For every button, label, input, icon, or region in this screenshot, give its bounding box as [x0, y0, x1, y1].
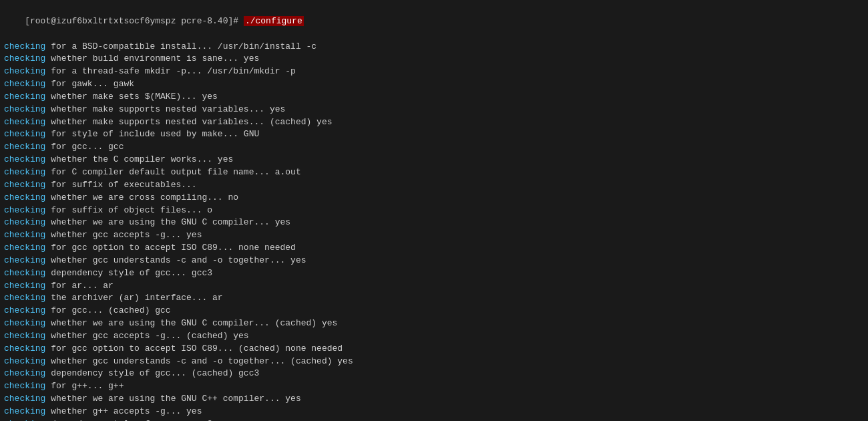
checking-keyword: checking	[4, 406, 45, 416]
checking-keyword: checking	[4, 394, 45, 404]
checking-keyword: checking	[4, 41, 45, 51]
line-content: whether gcc accepts -g... yes	[45, 230, 202, 240]
line-content: whether gcc understands -c and -o togeth…	[45, 255, 306, 265]
terminal-line: checking whether we are cross compiling.…	[4, 192, 864, 204]
terminal-line: checking whether gcc understands -c and …	[4, 255, 864, 267]
line-content: for suffix of object files... o	[45, 205, 212, 215]
terminal-line: checking for ar... ar	[4, 280, 864, 293]
checking-keyword: checking	[4, 205, 45, 215]
terminal-line: checking whether make supports nested va…	[4, 116, 864, 129]
line-content: for gcc... (cached) gcc	[45, 305, 170, 315]
checking-keyword: checking	[4, 217, 45, 227]
checking-keyword: checking	[4, 167, 45, 177]
line-content: whether gcc understands -c and -o togeth…	[45, 356, 353, 366]
checking-keyword: checking	[4, 66, 45, 76]
checking-keyword: checking	[4, 79, 45, 89]
line-content: for suffix of executables...	[45, 180, 196, 190]
terminal-line: checking whether make sets $(MAKE)... ye…	[4, 91, 864, 104]
checking-keyword: checking	[4, 356, 45, 366]
checking-keyword: checking	[4, 293, 45, 303]
terminal-line: checking for a BSD-compatible install...…	[4, 41, 864, 53]
terminal-line: checking for suffix of object files... o	[4, 204, 864, 217]
line-content: for a BSD-compatible install... /usr/bin…	[45, 41, 316, 51]
checking-keyword: checking	[4, 281, 45, 291]
terminal-line: checking for style of include used by ma…	[4, 128, 864, 141]
terminal-line: checking the archiver (ar) interface... …	[4, 292, 864, 305]
line-content: whether g++ accepts -g... yes	[45, 406, 202, 416]
checking-keyword: checking	[4, 381, 45, 391]
line-content: for C compiler default output file name.…	[45, 167, 300, 177]
line-content: whether make sets $(MAKE)... yes	[45, 92, 217, 102]
output-container: checking for a BSD-compatible install...…	[4, 41, 864, 421]
terminal-line: checking whether g++ accepts -g... yes	[4, 406, 864, 418]
line-content: for ar... ar	[45, 281, 113, 291]
checking-keyword: checking	[4, 305, 45, 315]
line-content: for gcc option to accept ISO C89... (cac…	[45, 343, 343, 354]
terminal-line: checking dependency style of gcc... (cac…	[4, 368, 864, 380]
terminal-line: checking whether gcc accepts -g... yes	[4, 229, 864, 242]
terminal-line: checking dependency style of gcc... gcc3	[4, 267, 864, 280]
checking-keyword: checking	[4, 368, 45, 378]
terminal-line: checking for C compiler default output f…	[4, 166, 864, 179]
line-content: for gawk... gawk	[45, 79, 134, 89]
terminal-line: checking for suffix of executables...	[4, 179, 864, 192]
checking-keyword: checking	[4, 180, 45, 190]
terminal-line: checking whether make supports nested va…	[4, 104, 864, 116]
checking-keyword: checking	[4, 192, 45, 202]
line-content: whether gcc accepts -g... (cached) yes	[45, 331, 248, 341]
line-content: whether we are using the GNU C compiler.…	[45, 318, 337, 328]
checking-keyword: checking	[4, 92, 45, 102]
terminal-line: checking whether we are using the GNU C …	[4, 217, 864, 229]
terminal-line: checking dependency style of g++... gcc3	[4, 418, 864, 421]
terminal-window[interactable]: [root@izuf6bxltrtxtsocf6ymspz pcre-8.40]…	[0, 0, 868, 421]
line-content: whether we are using the GNU C++ compile…	[45, 394, 300, 404]
checking-keyword: checking	[4, 255, 45, 265]
terminal-line: checking whether we are using the GNU C …	[4, 317, 864, 330]
checking-keyword: checking	[4, 343, 45, 354]
checking-keyword: checking	[4, 331, 45, 341]
line-content: whether make supports nested variables..…	[45, 104, 285, 114]
terminal-line: checking for g++... g++	[4, 380, 864, 393]
line-content: the archiver (ar) interface... ar	[45, 293, 222, 303]
line-content: whether make supports nested variables..…	[45, 117, 332, 127]
checking-keyword: checking	[4, 142, 45, 152]
command-text: ./configure	[244, 16, 304, 26]
checking-keyword: checking	[4, 154, 45, 164]
line-content: whether the C compiler works... yes	[45, 154, 233, 164]
terminal-line: checking whether we are using the GNU C+…	[4, 393, 864, 406]
line-content: for style of include used by make... GNU	[45, 129, 259, 139]
line-content: whether build environment is sane... yes	[45, 53, 259, 63]
terminal-line: checking for a thread-safe mkdir -p... /…	[4, 65, 864, 78]
terminal-line: checking for gawk... gawk	[4, 78, 864, 91]
line-content: for gcc option to accept ISO C89... none…	[45, 243, 295, 253]
checking-keyword: checking	[4, 243, 45, 253]
checking-keyword: checking	[4, 268, 45, 278]
checking-keyword: checking	[4, 53, 45, 63]
checking-keyword: checking	[4, 104, 45, 114]
terminal-line: checking for gcc option to accept ISO C8…	[4, 343, 864, 356]
terminal-line: checking whether gcc understands -c and …	[4, 356, 864, 368]
line-content: dependency style of gcc... gcc3	[45, 268, 212, 278]
terminal-line: checking whether build environment is sa…	[4, 53, 864, 65]
terminal-line: checking for gcc... (cached) gcc	[4, 305, 864, 317]
line-content: whether we are cross compiling... no	[45, 192, 238, 202]
terminal-line: checking whether gcc accepts -g... (cach…	[4, 330, 864, 343]
line-content: dependency style of gcc... (cached) gcc3	[45, 368, 259, 378]
terminal-line: checking whether the C compiler works...…	[4, 154, 864, 166]
checking-keyword: checking	[4, 318, 45, 328]
prompt-text: [root@izuf6bxltrtxtsocf6ymspz pcre-8.40]…	[25, 16, 244, 26]
line-content: for gcc... gcc	[45, 142, 124, 152]
prompt-line: [root@izuf6bxltrtxtsocf6ymspz pcre-8.40]…	[4, 3, 864, 41]
terminal-line: checking for gcc option to accept ISO C8…	[4, 242, 864, 255]
line-content: for g++... g++	[45, 381, 124, 391]
checking-keyword: checking	[4, 230, 45, 240]
line-content: for a thread-safe mkdir -p... /usr/bin/m…	[45, 66, 295, 76]
checking-keyword: checking	[4, 117, 45, 127]
line-content: whether we are using the GNU C compiler.…	[45, 217, 290, 227]
checking-keyword: checking	[4, 129, 45, 139]
terminal-line: checking for gcc... gcc	[4, 141, 864, 154]
